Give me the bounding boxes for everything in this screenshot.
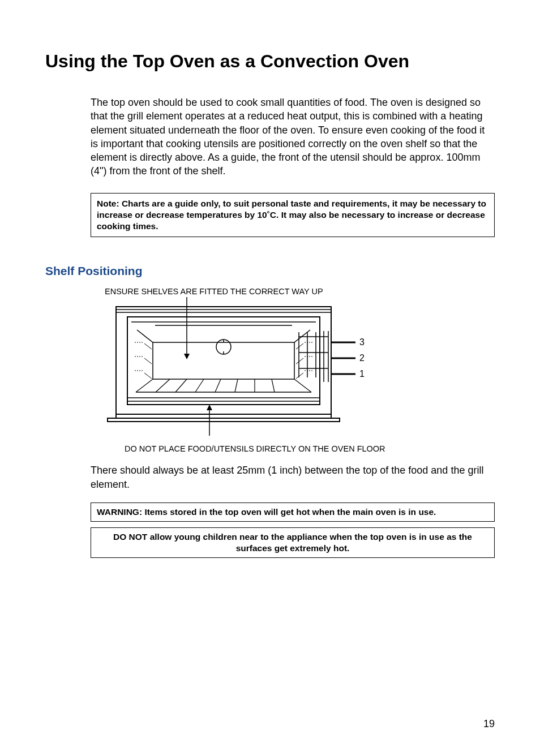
page-number: 19 [483, 718, 495, 730]
oven-shelf-diagram-icon: 3 2 1 [102, 297, 374, 439]
warning-text-2: DO NOT allow young children near to the … [97, 531, 488, 554]
oven-diagram: 3 2 1 [102, 297, 495, 441]
note-text: Note: Charts are a guide only, to suit p… [97, 198, 488, 232]
diagram-label-bottom: DO NOT PLACE FOOD/UTENSILS DIRECTLY ON T… [125, 444, 495, 453]
intro-paragraph: The top oven should be used to cook smal… [91, 96, 495, 178]
diagram-label-top: ENSURE SHELVES ARE FITTED THE CORRECT WA… [105, 287, 495, 296]
warning-text-1: WARNING: Items stored in the top oven wi… [97, 506, 488, 518]
clearance-paragraph: There should always be at least 25mm (1 … [91, 463, 495, 491]
shelf-number-1: 1 [359, 369, 365, 379]
shelf-positioning-heading: Shelf Positioning [45, 264, 495, 278]
shelf-number-2: 2 [359, 353, 365, 363]
warning-box-2: DO NOT allow young children near to the … [91, 527, 495, 558]
warning-box-1: WARNING: Items stored in the top oven wi… [91, 502, 495, 522]
note-box: Note: Charts are a guide only, to suit p… [91, 193, 495, 237]
shelf-number-3: 3 [359, 337, 365, 347]
page-title: Using the Top Oven as a Convection Oven [45, 51, 495, 72]
